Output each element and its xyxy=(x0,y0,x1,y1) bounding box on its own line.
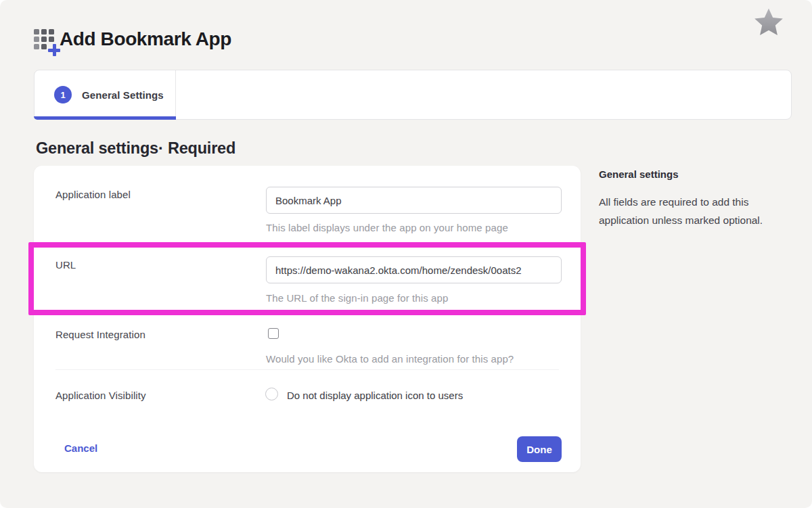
aside-heading: General settings xyxy=(599,168,679,180)
page-title: Add Bookmark App xyxy=(60,28,231,50)
application-label-help: This label displays under the app on you… xyxy=(266,222,508,233)
tab-label: General Settings xyxy=(82,89,164,101)
url-field-label: URL xyxy=(55,259,76,271)
application-visibility-option-label: Do not display application icon to users xyxy=(287,390,463,401)
done-button[interactable]: Done xyxy=(517,436,562,462)
general-settings-form-card: Application label This label displays un… xyxy=(34,166,581,472)
request-integration-checkbox[interactable] xyxy=(268,328,279,339)
aside-body-text: All fields are required to add this appl… xyxy=(599,193,777,229)
app-grid-plus-icon xyxy=(34,29,57,52)
star-icon[interactable] xyxy=(752,5,786,39)
active-tab-underline xyxy=(34,116,176,120)
url-input[interactable] xyxy=(266,256,562,283)
section-heading: General settings· Required xyxy=(36,139,235,158)
url-help: The URL of the sign-in page for this app xyxy=(266,292,448,304)
plus-icon xyxy=(48,44,60,56)
wizard-tab-bar: 1 General Settings xyxy=(34,70,792,120)
application-label-input[interactable] xyxy=(266,187,562,214)
add-bookmark-app-page: Add Bookmark App 1 General Settings Gene… xyxy=(0,0,812,508)
row-divider xyxy=(55,369,559,370)
step-number-badge: 1 xyxy=(54,86,72,103)
application-label-field-label: Application label xyxy=(55,189,131,200)
request-integration-field-label: Request Integration xyxy=(55,329,145,340)
cancel-button[interactable]: Cancel xyxy=(64,442,97,454)
tab-general-settings[interactable]: 1 General Settings xyxy=(35,70,176,119)
application-visibility-field-label: Application Visibility xyxy=(55,390,146,401)
application-visibility-checkbox[interactable] xyxy=(265,388,278,400)
request-integration-help: Would you like Okta to add an integratio… xyxy=(266,353,514,365)
